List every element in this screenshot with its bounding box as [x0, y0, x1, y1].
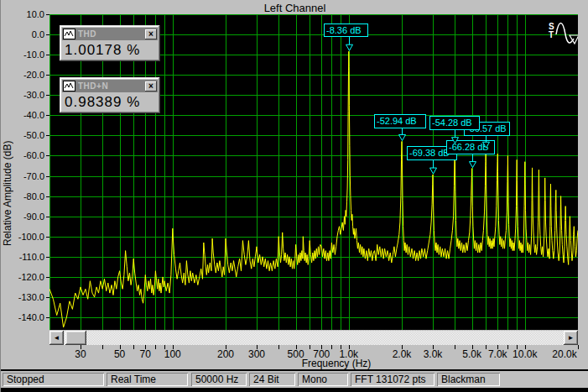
- y-tick-mark: [46, 155, 49, 156]
- horizontal-scrollbar[interactable]: ◄ ►: [49, 331, 578, 345]
- marker-arrow-icon: [430, 168, 437, 174]
- thdn-meter-title: THD+N: [75, 81, 145, 91]
- marker-arrow-icon: [470, 162, 476, 168]
- y-tick-label: -120.0: [3, 272, 44, 282]
- x-tick-mark: [310, 345, 310, 349]
- y-tick-mark: [46, 95, 49, 96]
- x-tick-label: 70: [140, 348, 151, 360]
- spectrum-analyzer-window: Left Channel ST-8.36 dB-52.94 dB-56.57 d…: [0, 0, 588, 392]
- thdn-value: 0.98389 %: [62, 93, 158, 111]
- y-tick-label: 0.0: [3, 29, 44, 39]
- y-tick-mark: [46, 297, 49, 298]
- thd-meter-window[interactable]: THD × 1.00178 %: [60, 25, 160, 61]
- page-title: Left Channel: [1, 2, 588, 14]
- y-tick-mark: [46, 277, 49, 278]
- spectrum-plot[interactable]: ST-8.36 dB-52.94 dB-56.57 dB-54.28 dB-69…: [49, 14, 578, 330]
- x-tick-label: 100: [164, 348, 181, 360]
- y-tick-mark: [46, 176, 49, 177]
- waveform-icon: [63, 81, 75, 91]
- left-arrow-icon: ◄: [54, 334, 60, 342]
- y-tick-mark: [46, 115, 49, 116]
- x-tick-mark: [278, 345, 279, 349]
- y-tick-label: -100.0: [3, 232, 44, 242]
- status-panel: FFT 131072 pts: [351, 373, 434, 386]
- y-tick-label: -110.0: [3, 252, 44, 262]
- x-tick-mark: [486, 345, 487, 349]
- x-tick-label: 10.0k: [513, 348, 537, 360]
- y-tick-mark: [46, 317, 49, 318]
- y-tick-mark: [46, 14, 49, 15]
- status-panel: Real Time: [107, 373, 188, 386]
- waveform-icon: [63, 29, 75, 39]
- y-tick-mark: [46, 75, 49, 76]
- y-tick-label: -40.0: [3, 110, 44, 120]
- x-tick-label: 200: [217, 348, 234, 360]
- x-tick-mark: [331, 345, 332, 349]
- y-tick-label: -30.0: [3, 90, 44, 100]
- y-tick-label: -20.0: [3, 70, 44, 80]
- y-tick-mark: [46, 257, 49, 258]
- x-tick-label: 3.0k: [424, 348, 443, 360]
- x-tick-mark: [507, 345, 508, 349]
- spectrum-svg: ST-8.36 dB-52.94 dB-56.57 dB-54.28 dB-69…: [49, 14, 578, 330]
- close-icon[interactable]: ×: [145, 29, 157, 39]
- x-tick-label: 30: [75, 348, 86, 360]
- thdn-meter-window[interactable]: THD+N × 0.98389 %: [60, 77, 160, 113]
- x-tick-label: 2.0k: [393, 348, 412, 360]
- x-tick-mark: [455, 345, 455, 349]
- y-tick-mark: [46, 217, 49, 217]
- bottom-border: [1, 388, 588, 392]
- marker-label: -69.38 dB: [409, 148, 450, 158]
- grid-lines: [49, 14, 578, 330]
- marker-arrow-icon: [399, 134, 406, 140]
- y-tick-label: -60.0: [3, 150, 44, 160]
- close-icon[interactable]: ×: [145, 81, 157, 91]
- x-tick-mark: [102, 345, 103, 349]
- y-tick-label: -130.0: [3, 292, 44, 302]
- x-tick-mark: [578, 345, 579, 349]
- x-tick-label: 20.0k: [552, 348, 576, 360]
- thd-meter-title: THD: [75, 29, 145, 39]
- thd-meter-titlebar[interactable]: THD ×: [62, 28, 158, 40]
- y-tick-mark: [46, 55, 49, 55]
- x-tick-mark: [155, 345, 156, 349]
- right-arrow-icon: ►: [568, 334, 575, 342]
- y-tick-label: -90.0: [3, 212, 44, 222]
- status-panel: 50000 Hz: [191, 373, 247, 386]
- svg-text:T: T: [549, 30, 554, 39]
- scrollbar-left-arrow-button[interactable]: ◄: [49, 331, 64, 345]
- thdn-meter-titlebar[interactable]: THD+N ×: [62, 80, 158, 92]
- marker-label: -54.28 dB: [432, 118, 472, 128]
- x-tick-label: 7.0k: [488, 348, 507, 360]
- status-panel: Blackman: [437, 373, 500, 386]
- harmonic-markers: -8.36 dB-52.94 dB-56.57 dB-54.28 dB-69.3…: [325, 24, 510, 175]
- spectra-logo-icon: ST: [549, 22, 578, 44]
- status-panel: 24 Bit: [249, 373, 295, 386]
- status-panel: Mono: [298, 373, 348, 386]
- y-tick-label: -70.0: [3, 171, 44, 181]
- y-tick-label: -140.0: [3, 312, 44, 322]
- scrollbar-thumb[interactable]: [65, 331, 86, 345]
- thd-value: 1.00178 %: [62, 41, 158, 59]
- y-tick-mark: [46, 135, 49, 136]
- x-axis-title: Frequency (Hz): [286, 358, 387, 369]
- x-tick-label: 50: [114, 348, 125, 360]
- y-tick-label: -50.0: [3, 130, 44, 140]
- x-tick-mark: [133, 345, 134, 349]
- marker-label: -8.36 dB: [326, 25, 362, 35]
- status-panel: Stopped: [3, 373, 104, 386]
- marker-arrow-icon: [346, 44, 353, 50]
- y-tick-mark: [46, 196, 49, 197]
- scrollbar-right-arrow-button[interactable]: ►: [564, 331, 578, 345]
- y-tick-label: 10.0: [3, 9, 44, 19]
- y-tick-label: -10.0: [3, 50, 44, 60]
- marker-label: -52.94 dB: [377, 116, 417, 126]
- x-tick-label: 5.0k: [462, 348, 481, 360]
- status-bar: StoppedReal Time50000 Hz24 BitMonoFFT 13…: [1, 372, 588, 388]
- separator-line: [1, 369, 588, 371]
- y-tick-label: -80.0: [3, 191, 44, 201]
- y-tick-mark: [46, 237, 49, 238]
- y-tick-mark: [46, 34, 49, 35]
- x-tick-label: 300: [248, 348, 265, 360]
